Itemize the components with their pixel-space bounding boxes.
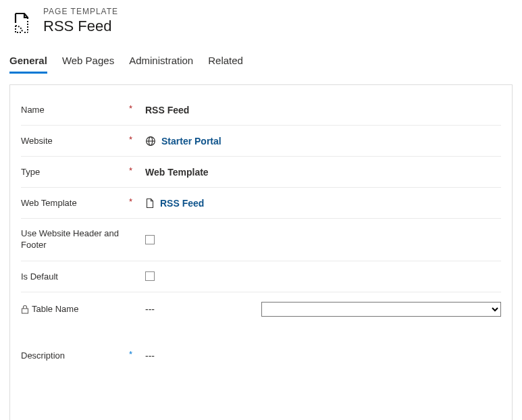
field-row-website: Website * Starter Portal <box>21 126 501 157</box>
field-row-use-header: Use Website Header and Footer <box>21 219 501 261</box>
page-root: PAGE TEMPLATE RSS Feed General Web Pages… <box>0 0 522 420</box>
select-table-name[interactable] <box>261 302 501 317</box>
svg-rect-3 <box>22 309 28 313</box>
value-name[interactable]: RSS Feed <box>145 105 189 115</box>
value-description[interactable]: --- <box>145 350 155 361</box>
label-is-default: Is Default <box>21 271 129 282</box>
required-marker: * <box>129 196 145 207</box>
required-marker: * <box>129 103 145 113</box>
tab-related[interactable]: Related <box>208 51 243 74</box>
entity-eyebrow: PAGE TEMPLATE <box>43 7 118 16</box>
value-web-template[interactable]: RSS Feed <box>160 198 204 209</box>
field-row-type: Type * Web Template <box>21 157 501 188</box>
required-marker: * <box>129 165 145 176</box>
label-name: Name <box>21 105 129 115</box>
record-title: RSS Feed <box>43 18 118 35</box>
label-use-header: Use Website Header and Footer <box>21 228 129 251</box>
file-icon <box>145 198 155 209</box>
globe-icon <box>145 136 156 147</box>
label-type: Type <box>21 167 129 177</box>
label-description: Description <box>21 350 129 361</box>
field-row-is-default: Is Default <box>21 261 501 292</box>
field-row-web-template: Web Template * RSS Feed <box>21 188 501 219</box>
label-web-template: Web Template <box>21 198 129 208</box>
lock-icon <box>21 305 29 314</box>
field-row-description: Description * --- <box>21 341 501 402</box>
record-header: PAGE TEMPLATE RSS Feed <box>9 7 513 37</box>
page-template-icon <box>9 11 34 37</box>
tab-web-pages[interactable]: Web Pages <box>62 51 114 74</box>
form-panel: Name * RSS Feed Website * Starter Portal <box>9 84 513 420</box>
required-marker: * <box>129 134 145 145</box>
field-row-table-name: Table Name --- <box>21 292 501 326</box>
field-row-name: Name * RSS Feed <box>21 95 501 126</box>
tab-general[interactable]: General <box>9 51 47 74</box>
checkbox-use-header[interactable] <box>145 235 155 244</box>
tab-administration[interactable]: Administration <box>129 51 193 74</box>
tab-bar: General Web Pages Administration Related <box>9 51 513 74</box>
checkbox-is-default[interactable] <box>145 271 155 281</box>
label-website: Website <box>21 136 129 146</box>
value-table-name: --- <box>145 304 155 315</box>
recommended-marker: * <box>129 349 145 359</box>
value-website[interactable]: Starter Portal <box>161 136 221 147</box>
label-table-name: Table Name <box>21 304 129 314</box>
label-table-name-text: Table Name <box>32 304 78 314</box>
value-type[interactable]: Web Template <box>145 167 209 178</box>
